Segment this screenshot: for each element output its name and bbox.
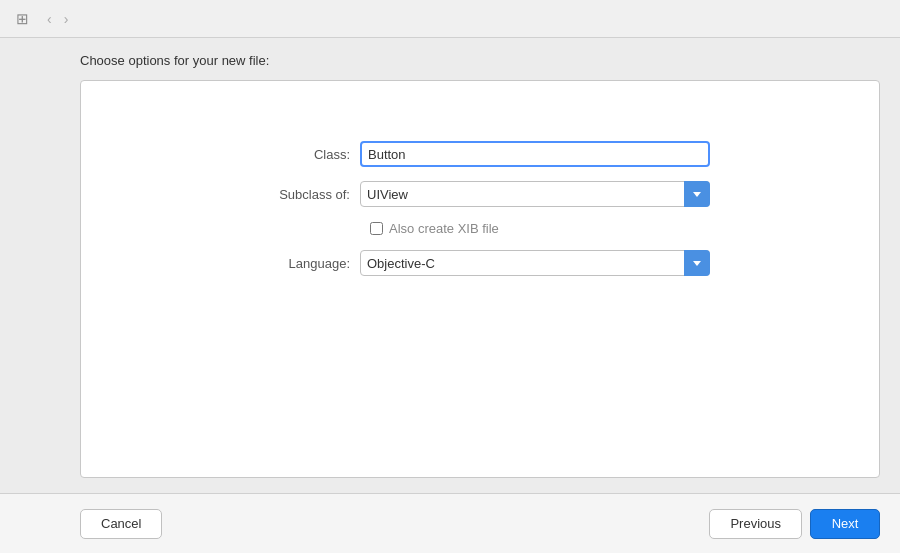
subclass-select[interactable]: UIView UIViewController NSObject UITable…: [360, 181, 710, 207]
xib-checkbox-row: Also create XIB file: [250, 221, 710, 236]
language-select[interactable]: Objective-C Swift: [360, 250, 710, 276]
main-content: Choose options for your new file: Class:…: [0, 38, 900, 493]
subclass-select-wrapper: UIView UIViewController NSObject UITable…: [360, 181, 710, 207]
next-button[interactable]: Next: [810, 509, 880, 539]
xib-checkbox-label: Also create XIB file: [389, 221, 499, 236]
dialog-panel: Class: Subclass of: UIView UIViewControl…: [80, 80, 880, 478]
grid-icon: ⊞: [10, 7, 34, 31]
instructions-text: Choose options for your new file:: [80, 53, 880, 68]
class-row: Class:: [250, 141, 710, 167]
xib-checkbox[interactable]: [370, 222, 383, 235]
nav-buttons: ‹ ›: [42, 9, 73, 29]
subclass-label: Subclass of:: [250, 187, 360, 202]
nav-back-button[interactable]: ‹: [42, 9, 57, 29]
class-label: Class:: [250, 147, 360, 162]
nav-forward-button[interactable]: ›: [59, 9, 74, 29]
cancel-button[interactable]: Cancel: [80, 509, 162, 539]
class-input[interactable]: [360, 141, 710, 167]
form-area: Class: Subclass of: UIView UIViewControl…: [81, 141, 879, 276]
language-select-wrapper: Objective-C Swift: [360, 250, 710, 276]
nav-button-group: Previous Next: [709, 509, 880, 539]
subclass-row: Subclass of: UIView UIViewController NSO…: [250, 181, 710, 207]
bottom-bar: Cancel Previous Next: [0, 493, 900, 553]
previous-button[interactable]: Previous: [709, 509, 802, 539]
top-bar: ⊞ ‹ ›: [0, 0, 900, 38]
language-row: Language: Objective-C Swift: [250, 250, 710, 276]
language-label: Language:: [250, 256, 360, 271]
